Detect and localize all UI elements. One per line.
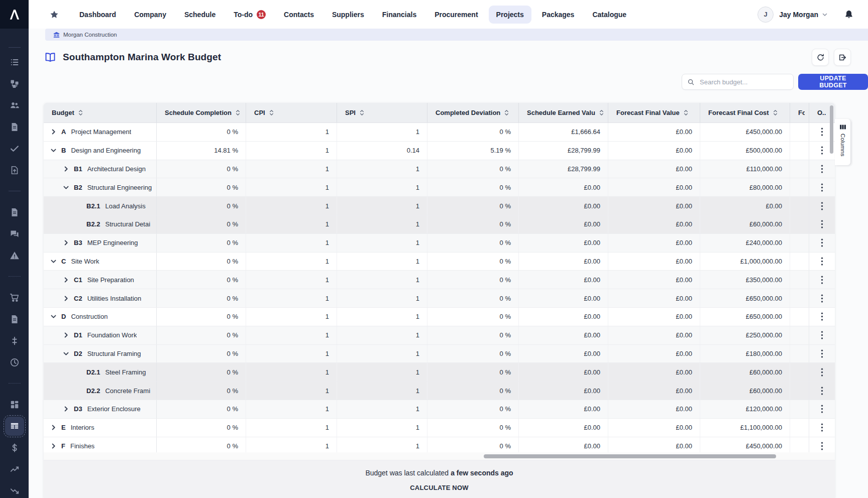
export-button[interactable] [834, 49, 851, 66]
budget-code: A [61, 128, 66, 136]
kebab-menu-icon[interactable] [821, 349, 823, 358]
sidebar-item-tune[interactable] [5, 331, 24, 350]
kebab-menu-icon[interactable] [821, 128, 823, 136]
sidebar-item-table[interactable] [5, 417, 24, 436]
row-options-cell [809, 197, 835, 215]
sidebar-item-chat[interactable] [5, 224, 24, 243]
expand-icon[interactable] [50, 129, 61, 136]
kebab-menu-icon[interactable] [821, 220, 823, 228]
collapse-icon[interactable] [63, 350, 74, 357]
expand-icon[interactable] [63, 406, 74, 413]
cell-cpi: 1 [246, 400, 337, 418]
nav-item-projects[interactable]: Projects [489, 6, 531, 24]
expand-icon[interactable] [63, 276, 74, 283]
nav-item-schedule[interactable]: Schedule [177, 6, 223, 24]
column-header-schedule-completion[interactable]: Schedule Completion [156, 103, 246, 122]
kebab-menu-icon[interactable] [821, 294, 823, 303]
kebab-menu-icon[interactable] [821, 276, 823, 284]
collapse-icon[interactable] [50, 258, 61, 265]
column-header-forecast-final-value[interactable]: Forecast Final Value [608, 103, 700, 122]
nav-item-contacts[interactable]: Contacts [276, 6, 321, 24]
nav-item-financials[interactable]: Financials [375, 6, 424, 24]
nav-item-company[interactable]: Company [127, 6, 174, 24]
cell-spi: 1 [337, 123, 427, 141]
kebab-menu-icon[interactable] [821, 331, 823, 339]
kebab-menu-icon[interactable] [821, 183, 823, 192]
nav-item-to-do[interactable]: To-do11 [226, 5, 273, 24]
kebab-menu-icon[interactable] [821, 146, 823, 155]
row-options-cell [809, 160, 835, 178]
column-header-spi[interactable]: SPI [337, 103, 427, 122]
favorite-star-icon[interactable] [50, 10, 59, 19]
collapse-icon[interactable] [50, 313, 61, 320]
column-header-schedule-earned-value[interactable]: Schedule Earned Value [518, 103, 608, 122]
cell-schedule-earned-value: £0.00 [518, 308, 608, 326]
sidebar-item-hierarchy[interactable] [5, 74, 24, 93]
sidebar-item-people[interactable] [5, 96, 24, 115]
nav-item-suppliers[interactable]: Suppliers [324, 6, 372, 24]
app-logo[interactable] [0, 0, 29, 29]
refresh-button[interactable] [812, 49, 829, 66]
column-header-budget[interactable]: Budget [44, 103, 156, 122]
cell-clipped [790, 437, 809, 452]
nav-item-dashboard[interactable]: Dashboard [72, 6, 124, 24]
column-header-forecast-final-cost[interactable]: Forecast Final Cost [700, 103, 790, 122]
vertical-scrollbar[interactable] [830, 105, 833, 154]
sidebar-item-list[interactable] [5, 53, 24, 72]
expand-icon[interactable] [50, 424, 61, 431]
sidebar-item-dollar[interactable] [5, 438, 24, 457]
search-input[interactable] [699, 78, 788, 86]
expand-icon[interactable] [50, 442, 61, 449]
cell-spi: 1 [337, 253, 427, 271]
expand-icon[interactable] [63, 332, 74, 339]
columns-panel-toggle[interactable]: Columns [835, 119, 850, 165]
cell-forecast-final-cost: £350,000.00 [700, 271, 790, 289]
sidebar-item-document[interactable] [5, 203, 24, 222]
sidebar-item-check[interactable] [5, 139, 24, 158]
kebab-menu-icon[interactable] [821, 165, 823, 173]
collapse-icon[interactable] [50, 147, 61, 154]
collapse-icon[interactable] [63, 184, 74, 191]
column-header-completed-deviation[interactable]: Completed Deviation [427, 103, 518, 122]
nav-item-procurement[interactable]: Procurement [427, 6, 485, 24]
sidebar-item-warning[interactable] [5, 246, 24, 265]
nav-item-catalogue[interactable]: Catalogue [585, 6, 634, 24]
column-header-cpi[interactable]: CPI [246, 103, 337, 122]
cell-schedule-completion: 0 % [156, 253, 246, 271]
kebab-menu-icon[interactable] [821, 387, 823, 395]
budget-code: B3 [74, 239, 82, 246]
kebab-menu-icon[interactable] [821, 312, 823, 321]
kebab-menu-icon[interactable] [821, 423, 823, 432]
search-box [682, 74, 794, 90]
cell-cpi: 1 [246, 271, 337, 289]
kebab-menu-icon[interactable] [821, 257, 823, 266]
sidebar-item-document[interactable] [5, 310, 24, 329]
sidebar-item-document[interactable] [5, 117, 24, 137]
expand-icon[interactable] [63, 295, 74, 302]
expand-icon[interactable] [63, 239, 74, 246]
sidebar-item-trend-down[interactable] [5, 481, 24, 498]
check-icon [10, 144, 20, 154]
kebab-menu-icon[interactable] [821, 368, 823, 377]
sidebar-item-grid[interactable] [5, 395, 24, 414]
sidebar-divider [9, 276, 21, 277]
kebab-menu-icon[interactable] [821, 442, 823, 450]
kebab-menu-icon[interactable] [821, 238, 823, 247]
user-menu[interactable]: J Jay Morgan [757, 7, 828, 23]
budget-name: Project Management [71, 128, 131, 136]
nav-item-packages[interactable]: Packages [534, 6, 582, 24]
calculate-now-button[interactable]: CALCULATE NOW [407, 483, 471, 492]
sidebar-item-clock[interactable] [5, 353, 24, 372]
kebab-menu-icon[interactable] [821, 405, 823, 413]
sidebar-item-cart[interactable] [5, 288, 24, 307]
table-footer: Budget was last calculateda few seconds … [44, 460, 835, 498]
sidebar-item-trend-up[interactable] [5, 460, 24, 479]
notifications-button[interactable] [844, 10, 854, 20]
horizontal-scrollbar[interactable] [484, 454, 776, 458]
breadcrumb[interactable]: Morgan Construction [45, 29, 868, 41]
expand-icon[interactable] [63, 165, 74, 172]
budget-name: Concrete Frami [105, 387, 150, 395]
kebab-menu-icon[interactable] [821, 202, 823, 210]
sidebar-item-file-upload[interactable] [5, 161, 24, 180]
update-budget-button[interactable]: UPDATE BUDGET [798, 74, 868, 90]
